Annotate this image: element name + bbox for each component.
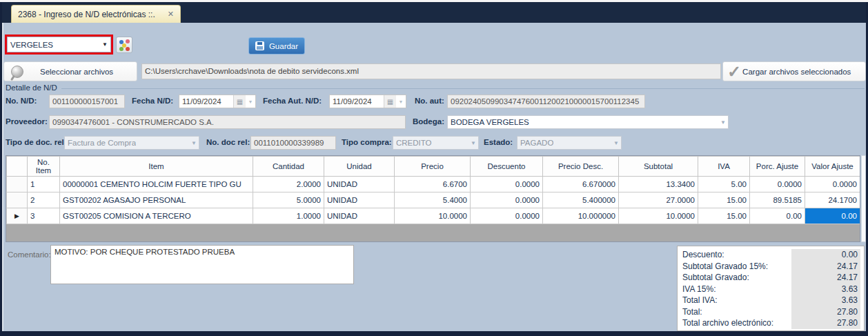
total-row-archivo-electronico: Total archivo electrónico: 27.80 [681,317,860,329]
colors-button[interactable] [116,37,132,53]
cell-descuento[interactable]: 0.0000 [471,208,543,224]
grid-header-row: No. Item Item Cantidad Unidad Precio Des… [7,157,860,177]
tab-close-icon[interactable]: ✕ [168,10,174,19]
file-path-field[interactable]: C:\Users\crchave\Downloads\nota de debit… [141,63,721,79]
total-row-total: Total: 27.80 [681,306,860,318]
cell-iva[interactable]: 5.00 [698,177,750,192]
grid-header-iva[interactable]: IVA [698,157,750,177]
fecha-nd-datepicker[interactable]: 11/09/2024 ▦ ▼ [179,95,256,108]
grid-header-valor-ajuste[interactable]: Valor Ajuste [805,157,860,177]
total-label: IVA 15%: [681,284,791,294]
cell-porc-ajuste[interactable]: 0.00 [750,208,805,224]
grid-header-no-item[interactable]: No. Item [28,157,60,177]
total-row-total-iva: Total IVA: 3.63 [681,295,860,306]
total-label: Descuento: [681,250,791,259]
cell-cantidad[interactable]: 5.0000 [253,192,324,208]
search-icon [11,66,23,78]
cell-valor-ajuste-selected[interactable]: 0.00 [805,208,860,224]
total-row-subtotal-gravado: Subtotal Gravado: 24.17 [681,272,860,284]
cell-precio-desc[interactable]: 5.400000 [543,192,619,208]
chevron-down-icon: ▼ [191,140,197,146]
warehouse-select[interactable]: VERGELES ▼ [7,37,111,52]
grid-header-porc-ajuste[interactable]: Porc. Ajuste [750,157,805,177]
cell-item[interactable]: GST00205 COMISION A TERCERO [60,208,253,224]
chevron-down-icon: ▼ [471,140,476,146]
fecha-aut-label: Fecha Aut. N/D: [263,97,322,105]
cell-cantidad[interactable]: 1.0000 [253,208,324,224]
total-label: Total IVA: [681,295,791,305]
group-divider [61,88,865,89]
cell-valor-ajuste[interactable]: 24.1700 [805,192,860,208]
tab-bar: 2368 - Ingreso de N/D electrónicas ::. ✕ [2,2,866,23]
tab-ingreso-nd[interactable]: 2368 - Ingreso de N/D electrónicas ::. ✕ [11,5,181,23]
select-files-button[interactable]: Seleccionar archivos [3,61,137,81]
grid-header-subtotal[interactable]: Subtotal [619,157,698,177]
table-row-selected: ▶ 3 GST00205 COMISION A TERCERO 1.0000 U… [7,208,860,224]
cell-unidad[interactable]: UNIDAD [324,208,395,224]
tipo-doc-rel-select[interactable]: Factura de Compra ▼ [64,136,199,150]
grid-scrollbar[interactable] [861,155,866,242]
cell-item[interactable]: GST00202 AGASAJO PERSONAL [60,192,253,208]
load-files-button[interactable]: ✓ Cargar archivos seleccionados [722,61,866,81]
estado-label: Estado: [484,138,513,146]
cell-iva[interactable]: 15.00 [698,208,750,224]
cell-porc-ajuste[interactable]: 0.0000 [750,177,805,192]
cell-unidad[interactable]: UNIDAD [324,192,395,208]
app-window: 2368 - Ingreso de N/D electrónicas ::. ✕… [0,0,868,336]
no-doc-rel-field[interactable]: 0011010000339989 [250,136,336,150]
grid-header-precio[interactable]: Precio [395,157,471,177]
cell-precio-desc[interactable]: 6.670000 [543,177,619,192]
cell-no-item[interactable]: 3 [28,208,60,224]
cell-no-item[interactable]: 2 [28,192,60,208]
estado-select[interactable]: PAGADO ▼ [517,136,622,150]
grid-header-cantidad[interactable]: Cantidad [253,157,324,177]
grid-header-unidad[interactable]: Unidad [324,157,395,177]
proveedor-field[interactable]: 0990347476001 - CONSTRUMERCADO S.A. [49,115,406,129]
cell-valor-ajuste[interactable]: 0.0000 [805,177,860,192]
form-content: VERGELES ▼ Guardar Seleccionar archivos … [2,23,866,331]
cell-precio[interactable]: 10.0000 [395,208,471,224]
calendar-icon[interactable]: ▦ [233,95,246,108]
fecha-nd-value: 11/09/2024 [179,97,233,106]
grid-header-precio-desc[interactable]: Precio Desc. [543,157,619,177]
chevron-down-icon[interactable]: ▼ [102,41,108,48]
cell-iva[interactable]: 15.00 [698,192,750,208]
cell-porc-ajuste[interactable]: 89.5185 [750,192,805,208]
proveedor-label: Proveedor: [6,117,48,126]
comment-textarea[interactable]: MOTIVO: POR CHEQUE PROTESTADO PRUEBA [50,245,354,284]
fecha-aut-datepicker[interactable]: 11/09/2024 ▦ ▼ [329,95,406,108]
chevron-down-icon[interactable]: ▼ [396,99,406,104]
tipo-compra-select[interactable]: CREDITO ▼ [393,136,479,150]
row-pointer-icon: ▶ [7,208,28,224]
cell-descuento[interactable]: 0.0000 [471,177,543,192]
cell-precio-desc[interactable]: 10.000000 [543,208,619,224]
cell-subtotal[interactable]: 27.0000 [619,192,698,208]
cell-item[interactable]: 00000001 CEMENTO HOLCIM FUERTE TIPO GU [60,177,253,192]
total-label: Subtotal Gravado 15%: [681,261,791,271]
cell-precio[interactable]: 6.6700 [395,177,471,192]
chevron-down-icon[interactable]: ▼ [246,99,255,104]
select-files-label: Seleccionar archivos [40,68,113,76]
cell-precio[interactable]: 5.4000 [395,192,471,208]
table-row: 1 00000001 CEMENTO HOLCIM FUERTE TIPO GU… [7,177,860,192]
no-aut-field[interactable]: 0920240509903474760011200210000015700112… [447,95,645,108]
calendar-icon[interactable]: ▦ [384,95,396,108]
cell-unidad[interactable]: UNIDAD [324,177,395,192]
grid-header-item[interactable]: Item [60,157,253,177]
cell-subtotal[interactable]: 13.3400 [619,177,698,192]
total-row-iva-15: IVA 15%: 3.63 [681,284,860,295]
total-value: 24.17 [791,261,860,273]
cell-descuento[interactable]: 0.0000 [471,192,543,208]
cell-no-item[interactable]: 1 [28,177,60,192]
fecha-nd-label: Fecha N/D: [132,97,173,105]
bodega-select[interactable]: BODEGA VERGELES ▼ [447,115,729,129]
cell-cantidad[interactable]: 2.0000 [253,177,324,192]
green-dot-icon [119,47,124,51]
save-button[interactable]: Guardar [248,37,305,55]
cell-subtotal[interactable]: 10.0000 [619,208,698,224]
no-nd-field[interactable]: 001100000157001 [49,95,125,108]
tipo-compra-value: CREDITO [396,139,432,147]
grid-header-descuento[interactable]: Descuento [471,157,543,177]
warehouse-highlight-box: VERGELES ▼ [5,34,113,55]
chevron-down-icon[interactable]: ▼ [720,119,726,126]
